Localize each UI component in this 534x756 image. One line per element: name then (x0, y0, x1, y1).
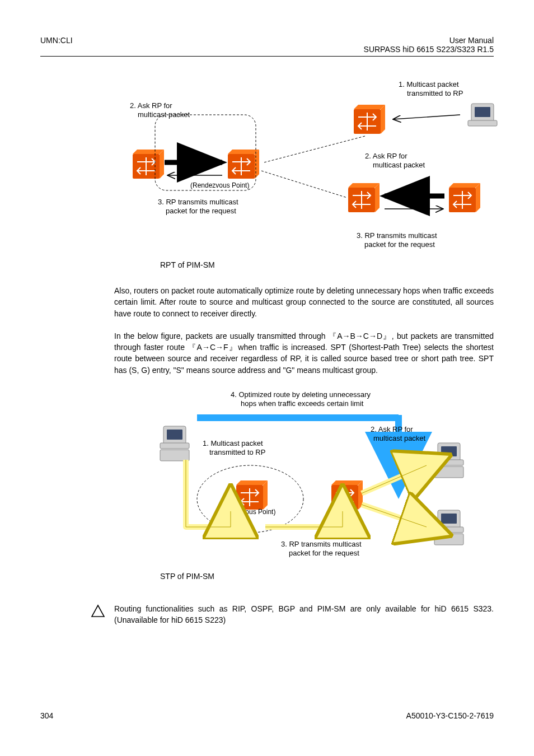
page-header: UMN:CLI User Manual SURPASS hiD 6615 S22… (40, 36, 494, 54)
d2-label-bottom: 3. RP transmits multicastpacket for the … (281, 540, 362, 557)
d1-label-top-left: 2. Ask RP formulticast packet (130, 101, 190, 119)
caption-diagram2: STP of PIM-SM (160, 572, 494, 581)
d1-label-bottom-left: 3. RP transmits multicastpacket for the … (158, 198, 238, 215)
svg-marker-26 (92, 605, 104, 617)
svg-line-17 (261, 171, 347, 198)
diagram-rpt-pim-sm: 1. Multicast packettransmitted to RP (Re… (102, 76, 516, 255)
paragraph-1: Also, routers on packet route automatica… (114, 285, 494, 319)
footer-page-number: 304 (40, 711, 53, 720)
footer-doc-id: A50010-Y3-C150-2-7619 (406, 711, 494, 720)
svg-rect-23 (434, 466, 463, 478)
paragraph-2: In the below figure, packets are usually… (114, 330, 494, 376)
note-text: Routing functionalities such as RIP, OSP… (114, 603, 494, 626)
d2-label-top-right: 2. Ask RP formulticast packet (371, 425, 426, 442)
header-rule (40, 56, 494, 57)
d1-label-mid-right: 2. Ask RP formulticast packet (365, 152, 425, 169)
svg-rect-22 (160, 450, 189, 461)
warning-triangle-icon (91, 604, 105, 618)
d1-rp-label: (Rendezvous Point) (190, 181, 249, 189)
page-footer: 304 A50010-Y3-C150-2-7619 (40, 711, 494, 720)
caption-diagram1: RPT of PIM-SM (160, 260, 494, 269)
d1-label-top-right: 1. Multicast packettransmitted to RP (399, 80, 463, 97)
svg-line-14 (264, 136, 365, 162)
svg-line-10 (393, 115, 460, 119)
header-right-line1: User Manual (364, 36, 494, 45)
header-left: UMN:CLI (40, 36, 73, 54)
diagram-stp-pim-sm: 4. Optimized route by deleting unnecessa… (124, 387, 516, 566)
header-right-line2: SURPASS hiD 6615 S223/S323 R1.5 (364, 45, 494, 54)
d2-label-mid-left: 1. Multicast packettransmitted to RP (203, 439, 265, 456)
d1-label-bottom-right: 3. RP transmits multicastpacket for the … (357, 231, 437, 249)
svg-rect-24 (434, 534, 463, 545)
d2-label-top: 4. Optimized route by deleting unnecessa… (231, 390, 371, 408)
d2-rp-label: (Rendezvous Point) (217, 508, 275, 516)
